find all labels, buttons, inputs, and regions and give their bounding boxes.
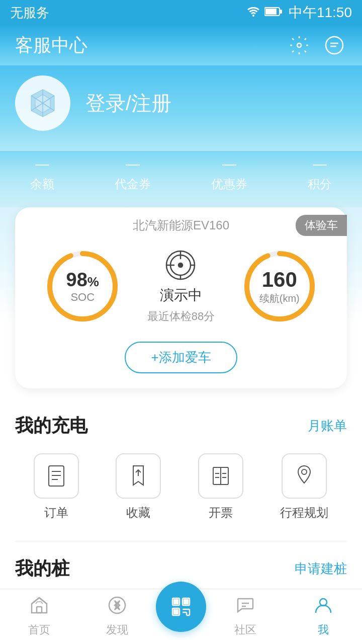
soc-value: 98% SOC — [66, 269, 99, 304]
charging-section-header: 我的充电 月账单 — [15, 414, 347, 438]
range-value: 160 续航(km) — [259, 268, 300, 305]
svg-rect-60 — [184, 600, 188, 604]
message-button[interactable] — [322, 33, 347, 58]
chat-icon — [236, 596, 255, 619]
pile-title: 我的桩 — [15, 556, 69, 581]
status-bar: 无服务 中午11:50 — [0, 0, 362, 25]
stat-dash-3: — — [313, 156, 327, 172]
stat-dash-0: — — [35, 156, 49, 172]
car-card-wrapper: 北汽新能源EV160 体验车 98% SOC — [0, 207, 362, 398]
nav-discover[interactable]: 发现 — [78, 596, 156, 637]
stat-balance[interactable]: — 余额 — [30, 156, 54, 192]
svg-point-4 — [326, 37, 343, 54]
settings-button[interactable] — [287, 33, 312, 58]
charging-grid: 订单 收藏 — [15, 453, 347, 521]
stat-label-1: 代金券 — [115, 176, 151, 192]
svg-rect-52 — [37, 607, 42, 613]
bookmark-icon-box — [116, 453, 161, 499]
bottom-nav: 首页 发现 — [0, 589, 362, 644]
nav-community[interactable]: 社区 — [206, 596, 284, 637]
battery-icon — [264, 6, 283, 20]
charging-item-route[interactable]: 行程规划 — [280, 453, 328, 521]
signal-label: 无服务 — [10, 4, 49, 22]
stat-voucher[interactable]: — 代金券 — [115, 156, 151, 192]
pile-link[interactable]: 申请建桩 — [295, 560, 347, 578]
car-stats: 98% SOC 演示中 最近体检88分 — [30, 241, 332, 332]
stat-coupon[interactable]: — 优惠券 — [211, 156, 247, 192]
car-card: 北汽新能源EV160 体验车 98% SOC — [15, 207, 347, 388]
soc-circle: 98% SOC — [42, 246, 123, 327]
profile-section[interactable]: 登录/注册 — [0, 65, 362, 151]
demo-text: 演示中 — [160, 286, 202, 305]
stat-dash-1: — — [126, 156, 140, 172]
svg-rect-2 — [280, 10, 282, 14]
header: 客服中心 — [0, 25, 362, 65]
home-icon — [30, 596, 49, 619]
user-icon — [314, 596, 333, 619]
add-car-button[interactable]: +添加爱车 — [125, 342, 237, 373]
car-name: 北汽新能源EV160 — [30, 217, 332, 233]
nav-me[interactable]: 我 — [284, 596, 362, 637]
car-center-info: 演示中 最近体检88分 — [147, 249, 215, 324]
add-car-btn-wrapper: +添加爱车 — [30, 342, 332, 373]
bookmark-label: 收藏 — [126, 505, 150, 521]
time-label: 中午11:50 — [289, 3, 352, 22]
pile-section-header: 我的桩 申请建桩 — [15, 556, 347, 581]
stat-label-3: 积分 — [308, 176, 332, 192]
svg-marker-51 — [32, 598, 47, 613]
nav-me-label: 我 — [318, 622, 329, 637]
section-divider — [15, 541, 347, 541]
route-icon-box — [282, 453, 327, 499]
health-text: 最近体检88分 — [147, 309, 215, 324]
charging-item-bookmark[interactable]: 收藏 — [116, 453, 161, 521]
svg-rect-61 — [174, 610, 178, 614]
route-label: 行程规划 — [280, 505, 328, 521]
header-title: 客服中心 — [15, 33, 87, 58]
order-label: 订单 — [44, 505, 68, 521]
compass-icon — [108, 596, 127, 619]
avatar[interactable] — [15, 75, 70, 131]
stat-label-2: 优惠券 — [211, 176, 247, 192]
nav-scan-button[interactable] — [156, 582, 206, 632]
nav-home[interactable]: 首页 — [0, 596, 78, 637]
invoice-icon-box — [198, 453, 243, 499]
nav-home-label: 首页 — [28, 622, 50, 637]
stat-label-0: 余额 — [30, 176, 54, 192]
svg-point-16 — [178, 263, 183, 267]
login-text[interactable]: 登录/注册 — [85, 90, 171, 117]
svg-rect-1 — [265, 9, 277, 15]
nav-discover-label: 发现 — [106, 622, 128, 637]
header-icons — [287, 33, 347, 58]
experience-badge: 体验车 — [296, 215, 347, 236]
stat-dash-2: — — [222, 156, 236, 172]
order-icon-box — [34, 453, 79, 499]
charging-title: 我的充电 — [15, 414, 87, 438]
charging-link[interactable]: 月账单 — [308, 417, 347, 435]
svg-rect-59 — [174, 600, 178, 604]
range-circle: 160 续航(km) — [239, 246, 320, 327]
status-icons: 中午11:50 — [246, 3, 352, 22]
wifi-icon — [246, 6, 260, 20]
charging-item-invoice[interactable]: 开票 — [198, 453, 243, 521]
svg-point-36 — [302, 469, 307, 474]
nav-community-label: 社区 — [234, 622, 256, 637]
invoice-label: 开票 — [209, 505, 233, 521]
svg-point-3 — [297, 43, 301, 47]
stat-points[interactable]: — 积分 — [308, 156, 332, 192]
charging-item-order[interactable]: 订单 — [34, 453, 79, 521]
